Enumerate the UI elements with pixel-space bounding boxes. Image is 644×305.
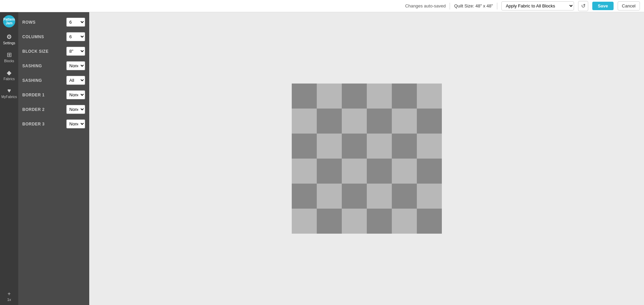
sidebar-item-blocks[interactable]: ⊞ Blocks	[0, 48, 18, 66]
rows-select[interactable]: 6 2345 78910	[66, 18, 85, 27]
fabrics-nav-label: Fabrics	[4, 77, 15, 81]
rows-row: ROWS 6 2345 78910	[22, 18, 85, 27]
quilt-cell[interactable]	[367, 209, 392, 234]
quilt-cell[interactable]	[317, 209, 342, 234]
border3-select[interactable]: None 1"2"3"4"	[66, 119, 85, 128]
quilt-cell[interactable]	[317, 159, 342, 184]
quilt-cell[interactable]	[367, 84, 392, 109]
sashing-apply-label: SASHING	[22, 78, 42, 83]
columns-select[interactable]: 6 2345 78910	[66, 32, 85, 41]
border3-row: BORDER 3 None 1"2"3"4"	[22, 119, 85, 128]
sashing-row: SASHING None 0.5"1"1.5"2"	[22, 61, 85, 70]
quilt-cell[interactable]	[392, 109, 417, 134]
icon-nav: PatternJam ⚙ Settings ⊞ Blocks ◆ Fabrics…	[0, 12, 18, 305]
quilt-cell[interactable]	[367, 134, 392, 159]
sashing-select[interactable]: None 0.5"1"1.5"2"	[66, 61, 85, 70]
sidebar-item-fabrics[interactable]: ◆ Fabrics	[0, 66, 18, 84]
columns-row: COLUMNS 6 2345 78910	[22, 32, 85, 41]
quilt-cell[interactable]	[342, 184, 367, 209]
quilt-cell[interactable]	[342, 134, 367, 159]
nav-bottom: + 1x	[7, 291, 11, 305]
quilt-cell[interactable]	[292, 84, 317, 109]
border1-row: BORDER 1 None 1"2"3"4"	[22, 90, 85, 99]
quilt-cell[interactable]	[417, 109, 442, 134]
rows-label: ROWS	[22, 20, 35, 25]
quilt-cell[interactable]	[342, 109, 367, 134]
quilt-cell[interactable]	[417, 159, 442, 184]
quilt-cell[interactable]	[292, 184, 317, 209]
quilt-cell[interactable]	[367, 159, 392, 184]
quilt-cell[interactable]	[417, 84, 442, 109]
zoom-plus[interactable]: +	[7, 291, 10, 297]
sidebar-item-myfabrics[interactable]: ♥ MyFabrics	[0, 84, 18, 102]
quilt-cell[interactable]	[292, 209, 317, 234]
header-divider	[450, 3, 450, 9]
myfabrics-nav-label: MyFabrics	[1, 95, 17, 99]
quilt-cell[interactable]	[292, 134, 317, 159]
fabrics-icon: ◆	[7, 70, 11, 76]
cancel-button[interactable]: Cancel	[618, 1, 640, 10]
quilt-cell[interactable]	[367, 184, 392, 209]
logo: PatternJam	[3, 15, 15, 27]
gear-icon: ⚙	[6, 34, 12, 40]
autosave-text: Changes auto-saved	[405, 3, 446, 8]
heart-icon: ♥	[7, 88, 11, 94]
columns-label: COLUMNS	[22, 34, 44, 39]
settings-nav-label: Settings	[3, 41, 15, 45]
quilt-cell[interactable]	[392, 159, 417, 184]
block-size-label: BLOCK SIZE	[22, 49, 49, 54]
quilt-cell[interactable]	[292, 159, 317, 184]
quilt-cell[interactable]	[392, 84, 417, 109]
block-size-row: BLOCK SIZE 8" 4"6"10"12"	[22, 47, 85, 56]
border2-select[interactable]: None 1"2"3"4"	[66, 105, 85, 114]
quilt-cell[interactable]	[292, 109, 317, 134]
border3-label: BORDER 3	[22, 122, 45, 126]
quilt-cell[interactable]	[392, 134, 417, 159]
save-button[interactable]: Save	[592, 2, 613, 10]
sashing-apply-row: SASHING All RowsColumns	[22, 76, 85, 85]
zoom-level: 1x	[7, 298, 11, 302]
canvas-area	[89, 12, 644, 305]
sashing-apply-select[interactable]: All RowsColumns	[66, 76, 85, 85]
quilt-cell[interactable]	[392, 209, 417, 234]
blocks-nav-label: Blocks	[4, 59, 14, 63]
apply-fabric-dropdown[interactable]: Apply Fabric to All Blocks Apply Fabric …	[501, 1, 574, 10]
settings-panel: ROWS 6 2345 78910 COLUMNS 6 2345 78910 B…	[18, 12, 89, 305]
apply-fabric-select[interactable]: Apply Fabric to All Blocks Apply Fabric …	[502, 2, 574, 10]
quilt-cell[interactable]	[342, 159, 367, 184]
quilt-cell[interactable]	[342, 209, 367, 234]
block-size-select[interactable]: 8" 4"6"10"12"	[66, 47, 85, 56]
border2-label: BORDER 2	[22, 107, 45, 112]
quilt-cell[interactable]	[317, 184, 342, 209]
quilt-cell[interactable]	[342, 84, 367, 109]
sidebar-item-settings[interactable]: ⚙ Settings	[0, 30, 18, 48]
quilt-cell[interactable]	[367, 109, 392, 134]
quilt-cell[interactable]	[317, 109, 342, 134]
blocks-icon: ⊞	[7, 52, 12, 58]
quilt-cell[interactable]	[417, 134, 442, 159]
sashing-label: SASHING	[22, 64, 42, 68]
border2-row: BORDER 2 None 1"2"3"4"	[22, 105, 85, 114]
border1-label: BORDER 1	[22, 93, 45, 97]
quilt-size-label: Quilt Size: 48" x 48"	[454, 3, 493, 8]
reset-button[interactable]: ↺	[578, 1, 588, 11]
quilt-cell[interactable]	[317, 84, 342, 109]
header-divider2	[497, 3, 497, 9]
quilt-cell[interactable]	[417, 184, 442, 209]
border1-select[interactable]: None 1"2"3"4"	[66, 90, 85, 99]
quilt-cell[interactable]	[392, 184, 417, 209]
logo-area: PatternJam	[0, 12, 18, 30]
quilt-grid	[292, 84, 442, 234]
quilt-cell[interactable]	[317, 134, 342, 159]
main-layout: PatternJam ⚙ Settings ⊞ Blocks ◆ Fabrics…	[0, 12, 644, 305]
quilt-cell[interactable]	[417, 209, 442, 234]
header: Changes auto-saved Quilt Size: 48" x 48"…	[0, 0, 644, 12]
